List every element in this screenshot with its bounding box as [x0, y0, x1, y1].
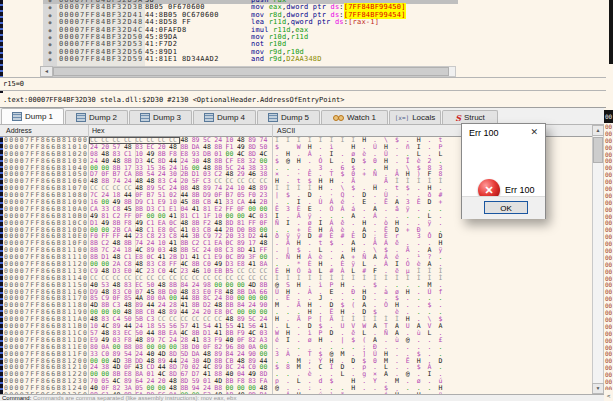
hex-column-header: Hex — [92, 127, 104, 134]
scroll-up-button[interactable]: ▲ — [592, 125, 604, 136]
dump-row[interactable]: 00007FF866B8115040534883EC50488B84249800… — [0, 282, 592, 289]
disasm-scrollbar-thumb[interactable] — [53, 67, 449, 76]
tab-dump-4[interactable]: Dump 4 — [193, 110, 256, 124]
register-hint-box: r15=0 — [0, 77, 606, 91]
disasm-row[interactable]: ●00007FF84BF32D5941:81E1 8D34AAD2and r9d… — [43, 56, 603, 63]
dump-vertical-scrollbar[interactable] — [592, 125, 604, 394]
tab-locals[interactable]: [x=]Locals — [389, 110, 441, 124]
dump-row[interactable]: 00007FF866B81240400F823A050000488B9424B8… — [0, 385, 592, 392]
dump-icon — [140, 113, 150, 122]
dump-row[interactable]: 00007FF866B811804D8BC34889442428418BD248… — [0, 302, 592, 309]
dump-row[interactable]: 00007FF866B811008B7C24184C8903488B5C2408… — [0, 247, 592, 254]
disasm-address: 00007FF84BF32D59 — [57, 56, 145, 63]
dump-row[interactable]: 00007FF866B81190000000488BCB4889442420E8… — [0, 309, 592, 316]
disasm-instruction: mov r10d,r11d — [251, 34, 603, 41]
tab-dump-5[interactable]: Dump 5 — [257, 110, 320, 124]
ascii-char: Ì — [286, 137, 297, 144]
tab-label: Watch 1 — [347, 113, 376, 122]
side-strip-values: 0000000000000000000000000000000000000000… — [604, 124, 613, 390]
dump-row[interactable]: 00007FF866B81130C948D3E04C23C04C234610EB… — [0, 268, 592, 275]
instr-token: [rax-1] — [348, 18, 379, 26]
close-icon[interactable]: ✕ — [530, 127, 538, 137]
disasm-bytes: 41:81E1 8D34AAD2 — [145, 56, 251, 63]
right-edge-sliver — [609, 0, 613, 64]
breakpoint-dot-icon[interactable]: ● — [43, 56, 57, 63]
tab-label: Dump 5 — [281, 113, 309, 122]
dump-row[interactable]: 00007FF866B8120000004D3BDD48894424304D8B… — [0, 358, 592, 365]
dump-scrollbar-thumb[interactable] — [593, 137, 603, 163]
side-strip-scroll-left[interactable]: < — [604, 391, 613, 401]
ascii-char: + — [362, 171, 373, 178]
dump-row[interactable]: 00007FF866B811B0104C89442418555657415441… — [0, 323, 592, 330]
tab-dump-2[interactable]: Dump 2 — [65, 110, 128, 124]
dump-row[interactable]: 00007FF866B8117085C90F854A800A00448B8C24… — [0, 295, 592, 302]
glasses-icon — [333, 115, 344, 121]
side-strip-header: 00 — [604, 110, 613, 123]
tab-label: Dump 2 — [89, 113, 117, 122]
breakpoint-dot-icon[interactable]: ● — [43, 34, 57, 41]
dialog-message: Err 100 — [505, 185, 535, 195]
tab-label: Dump 1 — [25, 112, 53, 121]
dialog-title-bar[interactable]: Err 100 ✕ — [462, 124, 545, 143]
tab-label: Dump 4 — [217, 113, 245, 122]
tab-label: Struct — [464, 113, 485, 122]
dump-row[interactable]: 00007FF866B811F033C0895424404D8D5DDA4889… — [0, 351, 592, 358]
dump-row[interactable]: 00007FF866B810F08BC2488B742410418BC2C1EA… — [0, 240, 592, 247]
scroll-left-button[interactable]: ◂ — [40, 66, 53, 77]
ok-button[interactable]: OK — [484, 201, 528, 214]
instr-token: r9d — [269, 55, 282, 63]
command-bar[interactable]: Command: Commands are comma separated (l… — [0, 394, 604, 401]
disasm-rows: ●00007FF84BF32D3A50push rax●00007FF84BF3… — [43, 0, 603, 64]
side-strip-value: 00 — [604, 386, 613, 390]
dump-row[interactable]: 00007FF866B8122000008BE88A014C8D67D74188… — [0, 371, 592, 378]
dump-row[interactable]: 00007FF866B810C0D1498BF849C1EA0C488BF248… — [0, 220, 592, 227]
tab-label: Dump 3 — [153, 113, 181, 122]
dump-row[interactable]: 00007FF866B811C0574883EC50448BEA4C8BD141… — [0, 330, 592, 337]
dump-icon — [204, 113, 214, 122]
instr-token: D2AA348D — [286, 55, 321, 63]
tab-dump-1[interactable]: Dump 1 — [1, 108, 64, 124]
breakpoint-dot-icon[interactable]: ● — [43, 27, 57, 34]
command-input-hint: Commands are comma separated (like assem… — [33, 395, 236, 401]
address-column-header: Address — [6, 127, 32, 134]
ascii-char: Ò — [384, 302, 395, 309]
dump-row[interactable]: 00007FF866B8112000002AC84883C8FF4C8BC049… — [0, 261, 592, 268]
dump-row[interactable]: 00007FF866B810E0F0FFFF4423C823C8443BC972… — [0, 233, 592, 240]
module-address-line: .text:00007FF84BF32D30 stela.dll:$2D30 #… — [0, 93, 606, 108]
dump-row[interactable]: 00007FF866B811D0E94903F848897C24284183F9… — [0, 337, 592, 344]
instr-token: and — [251, 55, 264, 63]
locals-icon: [x=] — [395, 114, 409, 121]
dump-row[interactable]: 00007FF866B810D000002BCA48C1E80C4103CB44… — [0, 227, 592, 234]
dump-selection-box — [89, 137, 180, 145]
tab-label: Locals — [412, 113, 435, 122]
dump-icon — [76, 113, 86, 122]
tab-struct[interactable]: SStruct — [442, 110, 498, 124]
dump-row[interactable]: 00007FF866B81160D94883C007458BD04883E0F8… — [0, 289, 592, 296]
dump-row[interactable]: 00007FF866B811108BD148C1E80C412BD141C1E9… — [0, 254, 592, 261]
scroll-down-button[interactable]: ▼ — [592, 383, 604, 394]
dump-row[interactable]: 00007FF866B8121024384D0F43CD448D70024C89… — [0, 364, 592, 371]
breakpoint-dot-icon[interactable]: ● — [43, 12, 57, 19]
breakpoint-dot-icon[interactable]: ● — [43, 49, 57, 56]
error-dialog: Err 100 ✕ ✕ Err 100 OK — [461, 123, 546, 219]
dump-icon — [268, 113, 278, 122]
dump-row[interactable]: 00007FF866B8123070054C89642420488D59014D… — [0, 378, 592, 385]
breakpoint-dot-icon[interactable]: ● — [43, 19, 57, 26]
dialog-body: ✕ Err 100 — [462, 143, 545, 196]
breakpoint-dot-icon[interactable]: ● — [43, 4, 57, 11]
ascii-char: L — [340, 371, 351, 378]
instr-token: ds — [335, 18, 344, 26]
dialog-title: Err 100 — [469, 128, 499, 138]
breakpoint-dot-icon[interactable]: ● — [43, 41, 57, 48]
disasm-instruction: and r9d,D2AA348D — [251, 56, 603, 63]
ascii-column-header: ASCII — [277, 127, 295, 134]
instr-token: r11d — [291, 33, 309, 41]
dump-row[interactable]: 00007FF866B811E0800A00B8080000003BD00F82… — [0, 344, 592, 351]
tab-dump-3[interactable]: Dump 3 — [129, 110, 192, 124]
command-label: Command: — [0, 395, 31, 401]
tab-watch-1[interactable]: Watch 1 — [321, 110, 388, 124]
dump-row[interactable]: 00007FF866B811A04883C4505BC3CCCCCCCCCCCC… — [0, 316, 592, 323]
dump-row[interactable]: 00007FF866B81140CCCCCCCCCCCCCCCCCCCCCCCC… — [0, 275, 592, 282]
disassembly-pane[interactable]: ●00007FF84BF32D3A50push rax●00007FF84BF3… — [3, 0, 606, 66]
register-hint-text: r15=0 — [3, 80, 24, 88]
